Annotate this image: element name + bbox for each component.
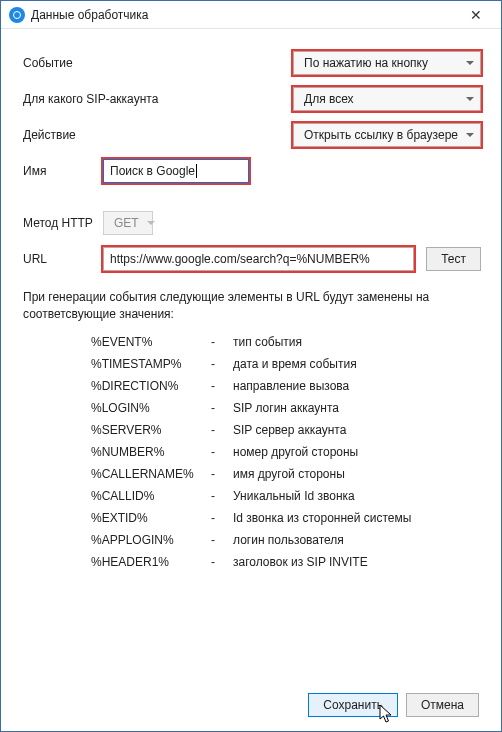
macro-row: %EVENT%-тип события xyxy=(91,335,481,349)
action-label: Действие xyxy=(23,128,103,142)
macro-token: %NUMBER% xyxy=(91,445,211,459)
macro-row: %CALLERNAME%-имя другой стороны xyxy=(91,467,481,481)
macro-desc: заголовок из SIP INVITE xyxy=(233,555,481,569)
http-method-select[interactable]: GET xyxy=(103,211,153,235)
chevron-down-icon xyxy=(466,133,474,137)
macro-token: %TIMESTAMP% xyxy=(91,357,211,371)
macro-token: %DIRECTION% xyxy=(91,379,211,393)
macro-desc: направление вызова xyxy=(233,379,481,393)
method-select-value: GET xyxy=(114,216,139,230)
macro-row: %LOGIN%-SIP логин аккаунта xyxy=(91,401,481,415)
save-button[interactable]: Сохранить xyxy=(308,693,398,717)
macro-desc: имя другой стороны xyxy=(233,467,481,481)
macro-desc: SIP сервер аккаунта xyxy=(233,423,481,437)
macro-token: %LOGIN% xyxy=(91,401,211,415)
macro-token: %SERVER% xyxy=(91,423,211,437)
event-select[interactable]: По нажатию на кнопку xyxy=(293,51,481,75)
url-input-value: https://www.google.com/search?q=%NUMBER% xyxy=(110,252,370,266)
macro-desc: SIP логин аккаунта xyxy=(233,401,481,415)
macro-token: %CALLERNAME% xyxy=(91,467,211,481)
macro-dash: - xyxy=(211,379,233,393)
sip-select-value: Для всех xyxy=(304,92,354,106)
name-label: Имя xyxy=(23,164,103,178)
sip-account-select[interactable]: Для всех xyxy=(293,87,481,111)
macro-row: %APPLOGIN%-логин пользователя xyxy=(91,533,481,547)
macro-token: %EXTID% xyxy=(91,511,211,525)
chevron-down-icon xyxy=(466,61,474,65)
macro-desc: номер другой стороны xyxy=(233,445,481,459)
content-area: Событие По нажатию на кнопку Для какого … xyxy=(1,29,501,679)
macro-dash: - xyxy=(211,357,233,371)
macro-row: %HEADER1%-заголовок из SIP INVITE xyxy=(91,555,481,569)
macro-dash: - xyxy=(211,445,233,459)
window-title: Данные обработчика xyxy=(31,8,455,22)
macro-token: %HEADER1% xyxy=(91,555,211,569)
url-input[interactable]: https://www.google.com/search?q=%NUMBER% xyxy=(103,247,414,271)
name-input-value: Поиск в Google xyxy=(110,164,195,178)
info-text: При генерации события следующие элементы… xyxy=(23,289,481,323)
macro-dash: - xyxy=(211,423,233,437)
app-icon xyxy=(9,7,25,23)
chevron-down-icon xyxy=(466,97,474,101)
macro-table: %EVENT%-тип события%TIMESTAMP%-дата и вр… xyxy=(91,335,481,569)
macro-dash: - xyxy=(211,467,233,481)
macro-desc: тип события xyxy=(233,335,481,349)
save-button-label: Сохранить xyxy=(323,698,383,712)
chevron-down-icon xyxy=(147,221,155,225)
handler-data-dialog: Данные обработчика ✕ Событие По нажатию … xyxy=(0,0,502,732)
macro-dash: - xyxy=(211,335,233,349)
macro-dash: - xyxy=(211,533,233,547)
macro-row: %SERVER%-SIP сервер аккаунта xyxy=(91,423,481,437)
macro-row: %EXTID%-Id звонка из сторонней системы xyxy=(91,511,481,525)
test-button-label: Тест xyxy=(441,252,466,266)
macro-dash: - xyxy=(211,489,233,503)
macro-desc: Уникальный Id звонка xyxy=(233,489,481,503)
action-select[interactable]: Открыть ссылку в браузере xyxy=(293,123,481,147)
method-label: Метод HTTP xyxy=(23,216,103,230)
close-button[interactable]: ✕ xyxy=(455,2,497,28)
cancel-button-label: Отмена xyxy=(421,698,464,712)
macro-desc: логин пользователя xyxy=(233,533,481,547)
macro-row: %CALLID%-Уникальный Id звонка xyxy=(91,489,481,503)
macro-row: %NUMBER%-номер другой стороны xyxy=(91,445,481,459)
macro-dash: - xyxy=(211,511,233,525)
titlebar: Данные обработчика ✕ xyxy=(1,1,501,29)
button-bar: Сохранить Отмена xyxy=(1,679,501,731)
macro-token: %CALLID% xyxy=(91,489,211,503)
cancel-button[interactable]: Отмена xyxy=(406,693,479,717)
url-label: URL xyxy=(23,252,103,266)
name-input[interactable]: Поиск в Google xyxy=(103,159,249,183)
macro-token: %EVENT% xyxy=(91,335,211,349)
test-button[interactable]: Тест xyxy=(426,247,481,271)
event-select-value: По нажатию на кнопку xyxy=(304,56,428,70)
sip-label: Для какого SIP-аккаунта xyxy=(23,92,173,106)
macro-row: %DIRECTION%-направление вызова xyxy=(91,379,481,393)
event-label: Событие xyxy=(23,56,103,70)
close-icon: ✕ xyxy=(470,7,482,23)
macro-desc: дата и время события xyxy=(233,357,481,371)
action-select-value: Открыть ссылку в браузере xyxy=(304,128,458,142)
macro-token: %APPLOGIN% xyxy=(91,533,211,547)
macro-row: %TIMESTAMP%-дата и время события xyxy=(91,357,481,371)
macro-dash: - xyxy=(211,555,233,569)
macro-dash: - xyxy=(211,401,233,415)
macro-desc: Id звонка из сторонней системы xyxy=(233,511,481,525)
